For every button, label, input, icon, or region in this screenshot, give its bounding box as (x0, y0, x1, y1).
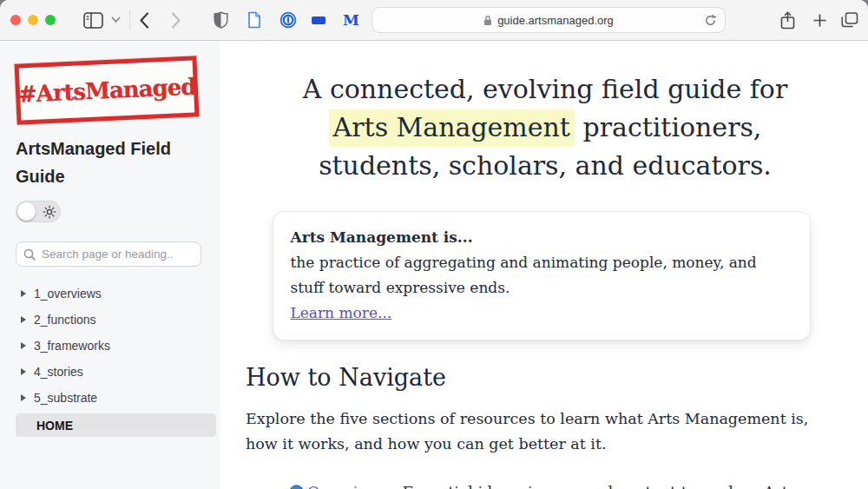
search-icon (23, 248, 36, 261)
sidebar-item-frameworks[interactable]: 3_frameworks (16, 333, 220, 359)
new-tab-button[interactable] (813, 0, 826, 40)
logo-text: #ArtsManaged (17, 73, 196, 107)
definition-card: Arts Management is... the practice of ag… (273, 211, 811, 340)
hero-line1: A connected, evolving field guide for (303, 74, 788, 104)
sidebar-nav: 1_overviews 2_functions 3_frameworks 4_s… (16, 281, 220, 411)
privacy-shield-button[interactable] (214, 0, 228, 40)
page-content: A connected, evolving field guide forArt… (220, 41, 868, 489)
shield-icon (214, 11, 228, 29)
sidebar-search[interactable] (16, 241, 201, 267)
sun-icon (43, 205, 56, 219)
list-item-overviews: Overviews - Essential ideas, issues, and… (289, 479, 819, 489)
card-body: the practice of aggregating and animatin… (291, 250, 792, 301)
share-icon (780, 11, 795, 30)
address-bar[interactable]: guide.artsmanaged.org (372, 7, 726, 33)
url-text: guide.artsmanaged.org (497, 14, 614, 27)
back-button[interactable] (139, 0, 149, 40)
chevron-down-icon (111, 17, 121, 23)
m-icon: M (343, 11, 359, 29)
tab-overview-button[interactable] (841, 0, 858, 40)
sidebar-toggle-button[interactable] (83, 0, 103, 40)
hero-highlight: Arts Management (329, 109, 575, 147)
chevron-right-icon (171, 12, 181, 29)
forward-button[interactable] (171, 0, 181, 40)
sidebar-item-substrate[interactable]: 5_substrate (16, 385, 220, 411)
nav-label: 5_substrate (34, 391, 97, 405)
hero-heading: A connected, evolving field guide forArt… (246, 70, 845, 185)
dark-mode-toggle[interactable] (16, 201, 61, 222)
search-input[interactable] (42, 248, 189, 261)
minimize-window-button[interactable] (28, 15, 38, 25)
nav-label: 3_frameworks (34, 339, 110, 353)
expand-triangle-icon[interactable] (21, 342, 26, 349)
toggle-knob (17, 202, 36, 221)
sidebar-menu-chevron[interactable] (111, 0, 121, 40)
site-sidebar: #ArtsManaged ArtsManaged Field Guide (0, 41, 220, 489)
reload-icon (704, 14, 717, 27)
home-label: HOME (36, 419, 73, 433)
expand-triangle-icon[interactable] (21, 316, 26, 323)
nav-label: 1_overviews (34, 287, 102, 301)
nav-label: 4_stories (34, 365, 83, 379)
section-heading: How to Navigate (246, 364, 837, 391)
extension-rectangle-button[interactable] (312, 0, 326, 40)
tabs-icon (841, 12, 858, 28)
extension-document-button[interactable] (247, 0, 261, 40)
section-intro: Explore the five sections of resources t… (246, 406, 838, 457)
sidebar-item-stories[interactable]: 4_stories (16, 359, 220, 385)
extension-1password-button[interactable] (279, 0, 297, 40)
globe-icon (289, 485, 304, 489)
learn-more-link[interactable]: Learn more... (291, 304, 392, 321)
traffic-lights (10, 0, 56, 40)
hero-line2: practitioners, (575, 112, 761, 142)
zoom-window-button[interactable] (45, 15, 56, 25)
1password-icon (279, 11, 297, 29)
reload-button[interactable] (704, 14, 717, 27)
toolbar-separator (129, 10, 130, 30)
browser-window: M guide.artsmanaged.org (0, 0, 868, 489)
sidebar-icon (83, 12, 103, 29)
sidebar-item-overviews[interactable]: 1_overviews (16, 281, 220, 307)
hero-line3: students, scholars, and educators. (319, 150, 772, 181)
nav-label: 2_functions (34, 313, 96, 327)
rectangle-icon (312, 17, 326, 24)
share-button[interactable] (780, 0, 795, 40)
expand-triangle-icon[interactable] (21, 290, 26, 297)
chevron-left-icon (139, 12, 149, 29)
lock-icon (483, 15, 492, 26)
expand-triangle-icon[interactable] (21, 368, 26, 375)
browser-toolbar: M guide.artsmanaged.org (0, 0, 868, 41)
sidebar-item-functions[interactable]: 2_functions (16, 307, 220, 333)
sidebar-item-home-selected[interactable]: HOME (16, 413, 216, 437)
extension-m-button[interactable]: M (343, 0, 359, 40)
document-icon (247, 11, 261, 29)
card-title: Arts Management is... (291, 225, 792, 250)
artsmanaged-logo[interactable]: #ArtsManaged (15, 56, 200, 124)
expand-triangle-icon[interactable] (21, 394, 26, 401)
navigate-list: Overviews - Essential ideas, issues, and… (246, 479, 819, 489)
site-title: ArtsManaged Field Guide (16, 135, 202, 190)
overviews-link[interactable]: Overviews (307, 483, 388, 489)
plus-icon (813, 14, 826, 27)
close-window-button[interactable] (10, 15, 21, 25)
